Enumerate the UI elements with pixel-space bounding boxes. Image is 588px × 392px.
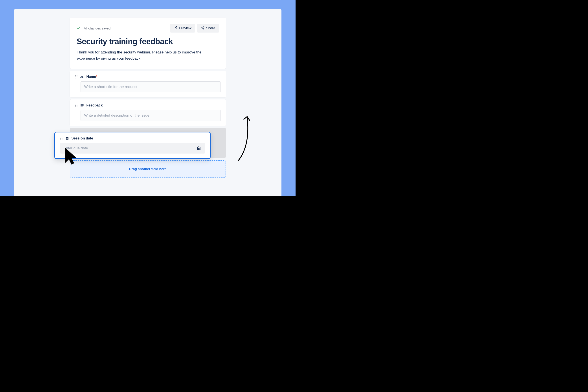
svg-point-15 xyxy=(75,105,76,106)
field-card-session-date-dragging[interactable]: Session date Enter due date xyxy=(54,132,211,159)
field-label: Feedback xyxy=(87,104,103,107)
annotation-arrow-icon xyxy=(236,110,254,163)
date-placeholder: Enter due date xyxy=(64,146,197,150)
svg-point-14 xyxy=(77,104,77,104)
session-date-input[interactable]: Enter due date xyxy=(60,143,205,154)
svg-point-13 xyxy=(75,104,76,104)
check-icon xyxy=(77,26,81,30)
preview-button-label: Preview xyxy=(179,26,191,30)
svg-rect-33 xyxy=(66,138,67,138)
svg-point-6 xyxy=(75,75,76,76)
svg-point-11 xyxy=(77,78,77,78)
form-header-card: All changes saved Preview xyxy=(70,18,226,69)
text-field-icon: Aa xyxy=(80,75,84,78)
field-label: Session date xyxy=(72,136,93,140)
share-button-label: Share xyxy=(206,26,215,30)
feedback-input[interactable] xyxy=(81,110,221,121)
name-input[interactable] xyxy=(81,82,221,92)
svg-point-27 xyxy=(62,140,62,140)
paragraph-field-icon xyxy=(80,104,84,107)
required-indicator: * xyxy=(96,75,97,78)
drag-handle-icon[interactable] xyxy=(75,75,78,78)
svg-point-18 xyxy=(77,106,77,107)
svg-point-16 xyxy=(77,105,77,106)
svg-rect-37 xyxy=(67,139,67,139)
svg-point-9 xyxy=(77,76,77,77)
svg-point-47 xyxy=(200,149,200,150)
drop-zone[interactable]: Drag another field here xyxy=(70,160,226,178)
save-status: All changes saved xyxy=(77,26,111,30)
svg-rect-35 xyxy=(67,138,68,138)
svg-point-45 xyxy=(198,149,199,150)
drop-zone-label: Drag another field here xyxy=(129,167,167,171)
svg-line-4 xyxy=(202,28,203,28)
drop-placeholder: Session date Enter due date xyxy=(70,128,226,158)
svg-point-25 xyxy=(62,138,62,139)
share-icon xyxy=(201,26,204,30)
field-card-name[interactable]: Aa Name* xyxy=(70,71,226,97)
svg-rect-29 xyxy=(66,137,69,138)
svg-point-22 xyxy=(60,137,61,138)
external-link-icon xyxy=(174,26,177,30)
preview-button[interactable]: Preview xyxy=(170,24,195,32)
field-label: Name* xyxy=(87,75,98,79)
svg-point-24 xyxy=(60,138,61,139)
svg-point-42 xyxy=(198,148,199,149)
svg-line-5 xyxy=(202,27,203,28)
svg-rect-34 xyxy=(67,138,67,138)
svg-text:Aa: Aa xyxy=(80,76,83,78)
svg-point-44 xyxy=(200,148,200,149)
drag-handle-icon[interactable] xyxy=(60,136,63,140)
calendar-icon[interactable] xyxy=(197,146,201,150)
drag-handle-icon[interactable] xyxy=(75,104,78,107)
svg-line-0 xyxy=(175,26,177,28)
svg-rect-36 xyxy=(66,139,67,139)
svg-rect-32 xyxy=(66,138,68,139)
svg-point-10 xyxy=(75,78,76,78)
svg-point-7 xyxy=(77,75,77,76)
svg-point-46 xyxy=(199,149,199,150)
svg-point-26 xyxy=(60,140,61,140)
date-field-icon xyxy=(65,136,69,140)
form-description[interactable]: Thank you for attending the security web… xyxy=(77,49,219,62)
share-button[interactable]: Share xyxy=(197,24,219,32)
svg-point-43 xyxy=(199,148,199,149)
form-title[interactable]: Security training feedback xyxy=(77,37,219,46)
svg-point-8 xyxy=(75,76,76,77)
save-status-text: All changes saved xyxy=(84,26,111,30)
svg-point-23 xyxy=(62,137,62,138)
field-card-feedback[interactable]: Feedback xyxy=(70,100,226,126)
form-builder-window: All changes saved Preview xyxy=(14,9,281,196)
svg-point-17 xyxy=(75,106,76,107)
